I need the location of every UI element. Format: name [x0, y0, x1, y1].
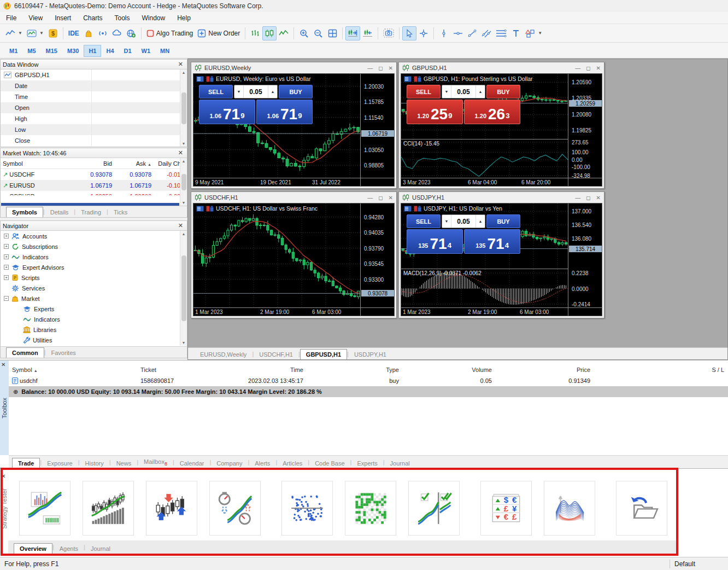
timeframe-d1[interactable]: D1: [119, 45, 137, 57]
data-window-row-date[interactable]: Date: [1, 80, 187, 91]
navigator-item-indicators[interactable]: Indicators: [1, 314, 187, 324]
expand-plus-icon[interactable]: +: [4, 234, 9, 239]
buy-button[interactable]: BUY: [486, 214, 520, 228]
maximize-icon[interactable]: ◻: [378, 65, 383, 71]
tester-tab-agents[interactable]: Agents: [54, 544, 84, 554]
menu-item-view[interactable]: View: [22, 13, 49, 24]
vertical-line-icon[interactable]: [437, 26, 451, 40]
navigator-tab-favorites[interactable]: Favorites: [46, 348, 81, 358]
load-previous-results-tile[interactable]: [616, 481, 667, 536]
speed-optimization-tile[interactable]: [209, 481, 261, 536]
vps-icon[interactable]: [110, 26, 124, 40]
buy-quote[interactable]: 135714: [464, 229, 520, 254]
trade-signals-tile[interactable]: [146, 481, 197, 536]
chart-canvas[interactable]: EURUSD, Weekly: Euro vs US Dollar 1.2003…: [193, 73, 395, 187]
mw-row-eurusd[interactable]: ↗ EURUSD1.067191.06719-0.10%: [1, 180, 187, 191]
data-window-row-gbpusd-h1[interactable]: GBPUSD,H1: [1, 69, 187, 80]
shapes-icon[interactable]: ▼: [523, 26, 544, 40]
timeframe-mn[interactable]: MN: [155, 45, 174, 57]
positions-col-s-l[interactable]: S / L: [594, 367, 727, 373]
test-report-tile[interactable]: [19, 481, 71, 536]
sell-button[interactable]: SELL: [407, 85, 441, 98]
minimize-icon[interactable]: —: [367, 65, 373, 71]
market-icon[interactable]: [81, 26, 96, 40]
navigator-item-services[interactable]: Services: [1, 283, 187, 293]
volume-up-icon[interactable]: ▲: [268, 85, 277, 98]
volume-up-icon[interactable]: ▲: [475, 215, 485, 228]
position-row[interactable]: usdchf 15868908172023.02.03 13:45:17buy0…: [9, 375, 728, 386]
navigator-tab-common[interactable]: Common: [6, 347, 44, 358]
navigator-item-utilities[interactable]: Utilities: [1, 335, 187, 345]
buy-quote[interactable]: 1.06719: [256, 100, 313, 124]
cursor-icon[interactable]: [402, 26, 416, 40]
chart-canvas[interactable]: USDJPY, H1: US Dollar vs Yen MACD(12,26,…: [401, 203, 602, 316]
chart-canvas[interactable]: GBPUSD, H1: Pound Sterling vs US Dollar …: [401, 73, 602, 187]
chart-window-gbpusd-h1[interactable]: GBPUSD,H1 —◻✕ GBPUSD, H1: Pound Sterling…: [398, 62, 604, 189]
volume-up-icon[interactable]: ▲: [475, 85, 485, 98]
expand-plus-icon[interactable]: +: [4, 265, 9, 270]
maximize-icon[interactable]: ◻: [586, 65, 590, 71]
volume-stepper[interactable]: ▼0.05▲: [234, 85, 278, 98]
toolbox-tab-exposure[interactable]: Exposure: [42, 458, 78, 468]
expand-plus-icon[interactable]: +: [4, 244, 9, 249]
multicurrency-report-tile[interactable]: $€ £¥ €£: [480, 481, 532, 536]
data-window-row-high[interactable]: High: [1, 113, 187, 124]
sell-button[interactable]: SELL: [199, 85, 233, 98]
menu-item-window[interactable]: Window: [136, 13, 172, 24]
menu-item-tools[interactable]: Tools: [109, 13, 136, 24]
minimize-icon[interactable]: —: [367, 195, 373, 201]
volume-down-icon[interactable]: ▼: [234, 85, 244, 98]
sell-button[interactable]: SELL: [407, 214, 441, 228]
toolbox-tab-news[interactable]: News: [111, 458, 137, 468]
positions-col-ticket[interactable]: Ticket: [137, 367, 227, 373]
data-window-row-close[interactable]: Close: [1, 135, 187, 146]
signals-icon[interactable]: [96, 26, 110, 40]
monte-carlo-tile[interactable]: [281, 481, 333, 536]
data-window-scrollbar[interactable]: ▲▼: [180, 69, 187, 147]
market-watch-scrollbar[interactable]: ▲▼: [180, 158, 187, 206]
zoom-out-icon[interactable]: [311, 26, 325, 40]
chart-window-usdchf-h1[interactable]: USDCHF,H1 —◻✕ USDCHF, H1: US Dollar vs S…: [191, 191, 397, 318]
navigator-item-subscriptions[interactable]: +Subscriptions: [1, 241, 187, 252]
navigator-item-libraries[interactable]: Libraries: [1, 324, 187, 335]
minimize-icon[interactable]: —: [575, 195, 580, 201]
toolbox-tab-journal[interactable]: Journal: [385, 458, 415, 468]
algo-trading-button[interactable]: Algo Trading: [144, 26, 195, 40]
chart-tab-usdchf-h1[interactable]: USDCHF,H1: [254, 350, 298, 359]
buy-quote[interactable]: 1.20263: [464, 100, 520, 124]
shift-end-icon[interactable]: [345, 26, 360, 40]
mw-row-usdchf[interactable]: ↗ USDCHF0.930780.93078-0.01%: [1, 169, 187, 180]
bar-chart-mode-icon[interactable]: [248, 26, 262, 40]
channel-icon[interactable]: [479, 26, 494, 40]
positions-col-type[interactable]: Type: [307, 367, 402, 373]
minimize-icon[interactable]: —: [575, 65, 580, 71]
toolbox-tab-calendar[interactable]: Calendar: [174, 458, 210, 468]
positions-col-volume[interactable]: Volume: [402, 367, 495, 373]
navigator-item-expert-advisors[interactable]: +Expert Advisors: [1, 262, 187, 272]
chart-window-titlebar[interactable]: USDJPY,H1 —◻✕: [399, 192, 604, 203]
menu-item-help[interactable]: Help: [171, 13, 197, 24]
chart-window-usdjpy-h1[interactable]: USDJPY,H1 —◻✕ USDJPY, H1: US Dollar vs Y…: [398, 191, 604, 318]
volume-down-icon[interactable]: ▼: [442, 85, 451, 98]
timeframe-h1[interactable]: H1: [84, 45, 101, 57]
expand-icon[interactable]: ⊕: [13, 388, 18, 395]
line-chart-mode-icon[interactable]: [277, 26, 291, 40]
menu-item-insert[interactable]: Insert: [49, 13, 77, 24]
toolbox-tab-articles[interactable]: Articles: [277, 458, 308, 468]
chart-window-eurusd-weekly[interactable]: EURUSD,Weekly —◻✕ EURUSD, Weekly: Euro v…: [191, 62, 397, 189]
timeframe-w1[interactable]: W1: [137, 45, 156, 57]
candle-chart-mode-icon[interactable]: [262, 26, 277, 40]
data-window-row-time[interactable]: Time: [1, 91, 187, 102]
sell-quote[interactable]: 1.06719: [199, 100, 255, 124]
expand-plus-icon[interactable]: +: [4, 275, 9, 280]
ide-button[interactable]: IDE: [66, 26, 81, 40]
timeframe-m5[interactable]: M5: [22, 45, 40, 57]
volume-stepper[interactable]: ▼0.05▲: [442, 85, 485, 98]
volume-down-icon[interactable]: ▼: [442, 215, 451, 228]
deposit-icon[interactable]: $: [46, 26, 60, 40]
navigator-item-experts[interactable]: Experts: [1, 304, 187, 314]
navigator-item-scripts[interactable]: +Scripts: [1, 272, 187, 283]
timeframe-h4[interactable]: H4: [101, 45, 119, 57]
sell-quote[interactable]: 135714: [407, 229, 463, 254]
close-icon[interactable]: ✕: [596, 65, 601, 71]
